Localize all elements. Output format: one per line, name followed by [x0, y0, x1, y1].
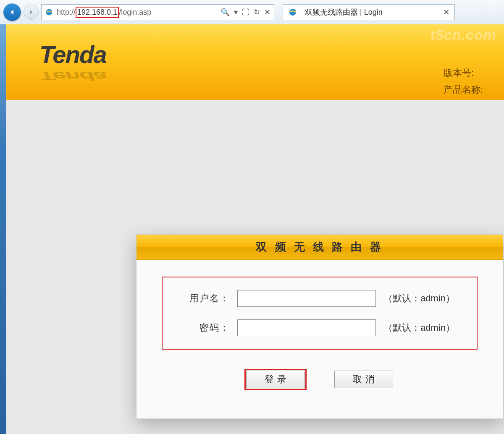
cancel-button[interactable]: 取消: [334, 371, 393, 388]
login-title: 双 频 无 线 路 由 器: [136, 235, 503, 260]
compat-view-icon[interactable]: ⛶: [242, 8, 249, 17]
password-hint: （默认：admin）: [383, 322, 455, 334]
banner-info: 版本号: 产品名称:: [444, 65, 483, 98]
login-form-box: 用户名： （默认：admin） 密码： （默认：admin）: [162, 277, 478, 350]
url-ip-highlight: 192.168.0.1: [76, 7, 119, 18]
url-prefix: http://: [57, 8, 76, 17]
url-suffix: /login.asp: [119, 8, 151, 17]
arrow-right-icon: [28, 9, 34, 16]
address-controls: 🔍 ▾ ⛶ ↻ ✕: [220, 8, 270, 17]
password-label: 密码：: [179, 322, 230, 334]
arrow-left-icon: [8, 8, 16, 16]
banner: t5cn.com Tenda 版本号: 产品名称:: [6, 24, 504, 100]
address-bar[interactable]: http:// 192.168.0.1 /login.asp 🔍 ▾ ⛶ ↻ ✕: [41, 4, 274, 20]
version-label: 版本号:: [444, 65, 483, 81]
page-content: t5cn.com Tenda 版本号: 产品名称: 双 频 无 线 路 由 器 …: [6, 24, 504, 434]
tab-close-button[interactable]: ✕: [443, 8, 449, 17]
username-label: 用户名：: [179, 292, 230, 305]
password-row: 密码： （默认：admin）: [179, 319, 460, 336]
watermark: t5cn.com: [430, 27, 496, 43]
password-input[interactable]: [237, 319, 376, 336]
product-label: 产品名称:: [444, 81, 483, 98]
browser-chrome: http:// 192.168.0.1 /login.asp 🔍 ▾ ⛶ ↻ ✕…: [0, 0, 504, 24]
search-icon[interactable]: 🔍: [220, 8, 230, 17]
refresh-icon[interactable]: ↻: [254, 8, 260, 17]
page-wrapper: t5cn.com Tenda 版本号: 产品名称: 双 频 无 线 路 由 器 …: [0, 24, 504, 434]
login-card: 双 频 无 线 路 由 器 用户名： （默认：admin） 密码： （默认：ad…: [136, 234, 503, 419]
ie-icon: [288, 8, 297, 17]
tab-title: 双频无线路由器 | Login: [305, 7, 383, 17]
desktop-gutter: [0, 24, 6, 434]
button-row: 登录 取消: [136, 362, 503, 405]
login-button[interactable]: 登录: [246, 371, 305, 388]
forward-button[interactable]: [24, 5, 39, 20]
username-hint: （默认：admin）: [383, 292, 455, 305]
dropdown-icon[interactable]: ▾: [234, 8, 238, 17]
username-input[interactable]: [237, 290, 376, 307]
ie-icon: [45, 8, 53, 16]
stop-icon[interactable]: ✕: [264, 8, 270, 17]
back-button[interactable]: [3, 3, 21, 21]
url-text: http:// 192.168.0.1 /login.asp: [57, 7, 151, 18]
tenda-logo: Tenda: [39, 40, 106, 68]
browser-tab[interactable]: 双频无线路由器 | Login ✕: [283, 4, 455, 20]
username-row: 用户名： （默认：admin）: [179, 290, 460, 307]
